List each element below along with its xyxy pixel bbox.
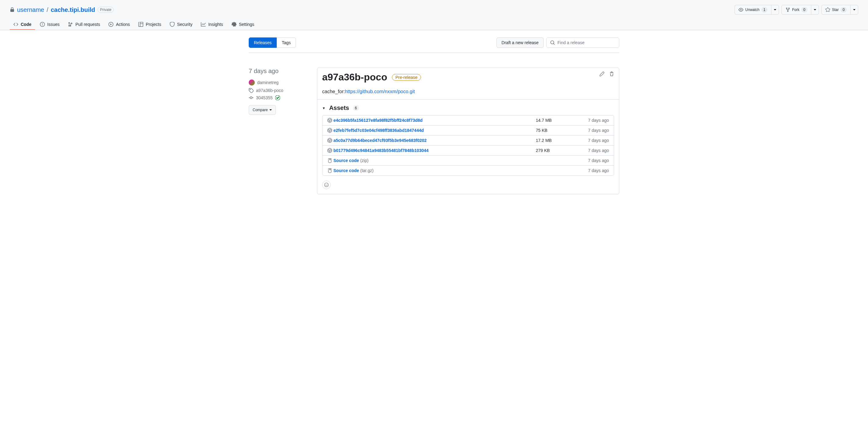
table-icon [138,22,143,27]
star-menu-button[interactable] [850,5,858,14]
asset-size: 14.7 MB [536,118,572,123]
unwatch-button[interactable]: Unwatch 1 [735,5,771,14]
repo-actions: Unwatch 1 Fork 0 Star 0 [735,5,858,14]
watch-menu-button[interactable] [771,5,779,14]
author-link[interactable]: daminetreg [257,80,279,85]
tag-link[interactable]: a97a36b-poco [256,88,283,93]
release-sidebar: 7 days ago daminetreg a97a36b-poco 30453… [249,68,310,194]
asset-date: 7 days ago [572,138,609,143]
commit-row: 3045355 [249,95,310,100]
asset-date: 7 days ago [572,148,609,153]
edit-release-button[interactable] [599,72,604,76]
shield-icon [170,22,175,27]
breadcrumb-repo[interactable]: cache.tipi.build [51,6,95,13]
release-date: 7 days ago [249,68,310,75]
fork-button[interactable]: Fork 0 [781,5,811,14]
star-icon [825,7,830,12]
tab-actions[interactable]: Actions [105,20,133,30]
author-row: daminetreg [249,79,310,86]
graph-icon [201,22,206,27]
verified-icon [275,95,280,100]
tab-releases[interactable]: Releases [249,37,277,48]
repo-tabs: CodeIssuesPull requestsActionsProjectsSe… [0,20,868,30]
release-body: cache_for:https://github.com/nxxm/poco.g… [317,84,619,99]
tab-issues[interactable]: Issues [36,20,63,30]
asset-link[interactable]: Source code [334,158,359,163]
asset-size: 75 KB [536,128,572,133]
asset-size: 279 KB [536,148,572,153]
zip-icon [327,168,332,173]
trash-icon [609,72,614,76]
page-header: username / cache.tipi.build Private Unwa… [0,0,868,30]
eye-icon [739,7,743,12]
release-card: a97a36b-poco Pre-release cache_for:https… [317,68,619,194]
breadcrumb: username / cache.tipi.build Private [10,6,114,13]
issue-icon [40,22,45,27]
search-input[interactable] [557,40,615,45]
prerelease-badge: Pre-release [392,74,421,81]
tab-tags[interactable]: Tags [277,37,296,48]
tab-pull-requests[interactable]: Pull requests [64,20,104,30]
package-icon [327,148,332,153]
asset-date: 7 days ago [572,118,609,123]
asset-row: Source code (tar.gz)7 days ago [322,166,614,175]
asset-row: Source code (zip)7 days ago [322,156,614,166]
package-icon [327,118,332,123]
release-title: a97a36b-poco [322,72,387,83]
avatar [249,79,255,86]
chevron-down-icon [774,8,776,11]
asset-date: 7 days ago [572,128,609,133]
breadcrumb-owner[interactable]: username [17,6,44,13]
assets-table: e4c396b5fa156127e8fa98f82f5bff24c8f73d8d… [322,115,614,176]
delete-release-button[interactable] [609,72,614,76]
tab-projects[interactable]: Projects [135,20,165,30]
tab-insights[interactable]: Insights [197,20,226,30]
search-icon [550,40,555,45]
assets-toggle[interactable]: ▼ Assets 6 [322,104,614,111]
asset-link[interactable]: Source code [334,168,359,173]
commit-link[interactable]: 3045355 [256,95,273,100]
package-icon [327,128,332,133]
asset-size: 17.2 MB [536,138,572,143]
asset-row: b01779d496c94841a9483b55481bf7848b103044… [322,145,614,156]
zip-icon [327,158,332,163]
chevron-down-icon [270,109,272,111]
tag-icon [249,88,254,93]
asset-link[interactable]: e2feb7fef5d7c03e04cf498ff3836abd1847444d [334,128,424,133]
asset-link[interactable]: b01779d496c94841a9483b55481bf7848b103044 [334,148,429,153]
asset-date: 7 days ago [572,168,609,173]
pr-icon [68,22,73,27]
gear-icon [231,22,237,27]
chevron-down-icon [814,8,816,11]
release-body-link[interactable]: https://github.com/nxxm/poco.git [345,89,415,94]
asset-row: e2feb7fef5d7c03e04cf498ff3836abd1847444d… [322,126,614,135]
draft-release-button[interactable]: Draft a new release [496,37,544,48]
caret-down-icon: ▼ [322,106,326,110]
code-icon [13,22,18,27]
package-icon [327,138,332,143]
smiley-icon [324,183,329,187]
tag-row: a97a36b-poco [249,88,310,93]
search-box[interactable] [546,37,619,48]
lock-icon [10,7,14,12]
fork-icon [785,7,790,12]
subnav: Releases Tags Draft a new release [249,37,619,53]
star-button[interactable]: Star 0 [822,5,850,14]
compare-button[interactable]: Compare [249,105,276,115]
pencil-icon [599,72,604,76]
asset-row: a5c0a77d9b64beced47cf93f5b3e945e683f0202… [322,135,614,145]
chevron-down-icon [853,8,856,11]
asset-link[interactable]: e4c396b5fa156127e8fa98f82f5bff24c8f73d8d [334,118,423,123]
add-reaction-button[interactable] [322,180,331,189]
tab-code[interactable]: Code [10,20,35,30]
asset-date: 7 days ago [572,158,609,163]
visibility-badge: Private [97,7,114,13]
fork-menu-button[interactable] [811,5,819,14]
commit-icon [249,95,254,100]
tab-settings[interactable]: Settings [228,20,258,30]
tab-security[interactable]: Security [166,20,196,30]
asset-link[interactable]: a5c0a77d9b64beced47cf93f5b3e945e683f0202 [334,138,427,143]
play-icon [108,22,113,27]
asset-row: e4c396b5fa156127e8fa98f82f5bff24c8f73d8d… [322,115,614,126]
